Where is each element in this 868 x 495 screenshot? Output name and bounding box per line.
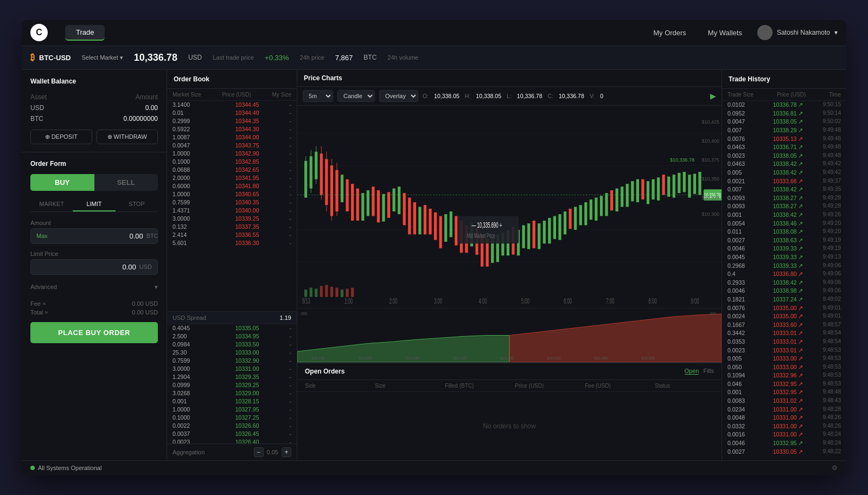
bid-my-size: - [280, 390, 291, 396]
bid-row[interactable]: 3.0268 10329.00 - [167, 389, 297, 397]
bid-price: 10327.95 [221, 406, 259, 413]
svg-rect-34 [367, 190, 369, 215]
select-market-button[interactable]: Select Market ▾ [82, 54, 123, 61]
ask-row[interactable]: 2.0000 10341.95 - [167, 174, 297, 182]
bid-row[interactable]: 0.1000 10327.25 - [167, 414, 297, 422]
trade-price: 10336.80 ↗ [765, 271, 803, 277]
aggregation-increase-button[interactable]: + [282, 447, 291, 457]
bid-row[interactable]: 0.0022 10326.60 - [167, 422, 297, 430]
svg-rect-94 [678, 172, 680, 192]
bid-row[interactable]: 2.500 10334.95 - [167, 332, 297, 340]
ask-row[interactable]: 5.601 10336.30 - [167, 239, 297, 247]
bid-my-size: - [280, 374, 291, 380]
svg-rect-30 [346, 179, 348, 211]
bid-row[interactable]: 1.0000 10327.95 - [167, 406, 297, 414]
bid-size: 0.0022 [173, 422, 200, 429]
settings-icon[interactable]: ⚙ [832, 464, 838, 472]
trade-time: 9:48:43 [814, 397, 841, 404]
bid-row[interactable]: 0.0037 10326.45 - [167, 430, 297, 438]
spread-value: 1.19 [280, 314, 291, 321]
open-orders-title: Open Orders [305, 368, 344, 375]
place-buy-order-button[interactable]: PLACE BUY ORDER [30, 322, 158, 343]
svg-rect-66 [533, 220, 535, 248]
svg-text:$10,280: $10,280 [406, 355, 419, 361]
aggregation-decrease-button[interactable]: − [254, 447, 264, 457]
ask-row[interactable]: 1.0000 10340.65 - [167, 190, 297, 198]
amount-input[interactable] [52, 232, 143, 240]
trade-price: 10332.95 ↗ [765, 389, 803, 395]
bid-row[interactable]: 1.2904 10329.35 - [167, 373, 297, 381]
limit-price-input-row[interactable]: USD [30, 259, 158, 275]
ask-row[interactable]: 1.0087 10344.00 - [167, 133, 297, 142]
ask-row[interactable]: 1.0000 10342.90 - [167, 150, 297, 158]
trade-time: 9:48:26 [814, 414, 841, 421]
bid-row[interactable]: 0.4045 10335.05 - [167, 324, 297, 332]
trade-history-row: 0.2933 10338.42 ↗ 9:49:06 [722, 278, 846, 287]
trade-history-row: 0.005 10338.42 ↗ 9:49:42 [722, 168, 846, 177]
ask-row[interactable]: 0.01 10344.40 - [167, 109, 297, 117]
max-link[interactable]: Max [36, 233, 48, 239]
svg-rect-40 [398, 187, 400, 214]
bid-my-size: - [280, 414, 291, 421]
trade-time: 9:49:42 [814, 160, 841, 167]
ask-row[interactable]: 0.0688 10342.65 - [167, 166, 297, 174]
ask-row[interactable]: 3.1400 10344.45 - [167, 101, 297, 109]
bid-row[interactable]: 0.7599 10332.90 - [167, 357, 297, 365]
order-type-tabs: MARKET LIMIT STOP [30, 197, 158, 212]
chart-play-button[interactable]: ▶ [710, 92, 716, 100]
open-tab[interactable]: Open [685, 368, 699, 375]
bid-row[interactable]: 0.0999 10329.25 - [167, 381, 297, 389]
total-label: Total ≈ [30, 309, 48, 316]
trade-history-row: 0.2968 10339.33 ↗ 9:49:06 [722, 261, 846, 270]
ask-row[interactable]: 0.132 10337.35 - [167, 223, 297, 231]
overlay-select[interactable]: Overlay [379, 90, 418, 102]
deposit-button[interactable]: ⊕ DEPOSIT [30, 130, 92, 144]
trade-price: 10338.42 ↗ [765, 160, 803, 167]
oo-col-price: Price (USD) [515, 383, 574, 389]
buy-tab[interactable]: BUY [30, 174, 94, 191]
advanced-section[interactable]: Advanced ▾ [30, 281, 158, 293]
amount-input-row[interactable]: Max BTC [30, 228, 158, 244]
bid-row[interactable]: 0.001 10328.15 - [167, 397, 297, 406]
trade-history-row: 0.0102 10336.78 ↗ 9:50:15 [722, 101, 846, 110]
bid-row[interactable]: 0.0984 10333.50 - [167, 340, 297, 349]
open-orders-empty: No orders to show [297, 392, 722, 460]
ask-row[interactable]: 0.5922 10344.30 - [167, 125, 297, 133]
ask-row[interactable]: 0.0047 10343.75 - [167, 142, 297, 150]
user-area[interactable]: Satoshi Nakamoto ▾ [757, 25, 838, 40]
timeframe-select[interactable]: 5m1m15m1h [303, 90, 333, 102]
ask-row[interactable]: 1.4371 10340.00 - [167, 207, 297, 215]
market-tab[interactable]: MARKET [30, 197, 73, 211]
my-orders-button[interactable]: My Orders [647, 25, 693, 40]
trade-time: 9:48:24 [814, 431, 841, 438]
limit-price-input[interactable] [36, 263, 136, 271]
ask-row[interactable]: 0.2999 10344.35 - [167, 117, 297, 125]
amount-col-header: Amount [136, 93, 158, 101]
bid-size: 0.0023 [173, 439, 200, 443]
app-window: C Trade My Orders My Wallets Satoshi Nak… [22, 20, 846, 475]
trade-size: 0.0023 [727, 347, 755, 353]
ask-row[interactable]: 0.6000 10341.80 - [167, 182, 297, 190]
svg-rect-39 [393, 188, 395, 211]
ask-row[interactable]: 0.1000 10342.85 - [167, 158, 297, 166]
ask-row[interactable]: 2.414 10336.55 - [167, 231, 297, 239]
fills-tab[interactable]: Fills [703, 368, 714, 375]
trade-size: 0.0234 [727, 406, 755, 413]
ob-col-my-size: My Size [272, 92, 291, 98]
stop-tab[interactable]: STOP [116, 197, 158, 211]
trade-size: 0.0046 [727, 287, 755, 294]
withdraw-button[interactable]: ⊕ WITHDRAW [97, 130, 158, 144]
svg-rect-33 [361, 193, 364, 221]
my-wallets-button[interactable]: My Wallets [701, 25, 749, 40]
ask-row[interactable]: 0.7599 10340.35 - [167, 198, 297, 207]
bid-row[interactable]: 0.0023 10326.40 - [167, 438, 297, 443]
btc-icon: ₿ [30, 53, 35, 62]
ask-row[interactable]: 3.0000 10339.25 - [167, 215, 297, 223]
trade-price: 10335.00 ↗ [765, 305, 803, 311]
chart-type-select[interactable]: CandleLine [337, 90, 375, 102]
nav-trade[interactable]: Trade [65, 25, 105, 41]
bid-row[interactable]: 3.0000 10331.00 - [167, 365, 297, 373]
sell-tab[interactable]: SELL [94, 174, 158, 191]
limit-tab[interactable]: LIMIT [73, 197, 115, 211]
bid-row[interactable]: 25.30 10333.00 - [167, 349, 297, 357]
